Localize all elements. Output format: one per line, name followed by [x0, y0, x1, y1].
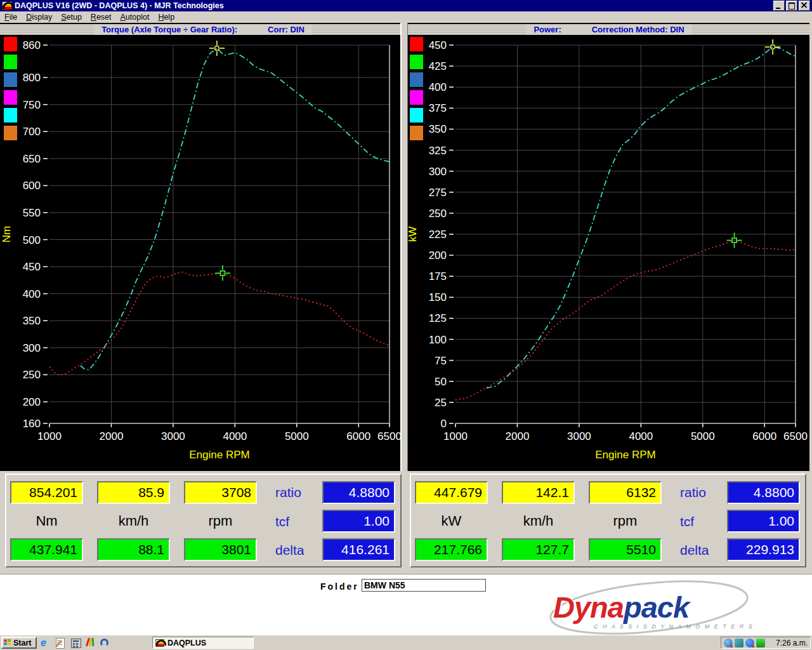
tcf-label: tcf	[680, 514, 694, 529]
folder-input[interactable]	[362, 579, 486, 592]
network-status-icon[interactable]: ✕	[724, 639, 733, 647]
x-tick-label: 6000	[752, 430, 776, 442]
calculator-icon[interactable]	[71, 639, 82, 649]
speed-unit-label: km/h	[97, 513, 170, 534]
y-tick-label: 75	[435, 355, 447, 367]
torque-run-red-cursor-marker[interactable]	[215, 265, 230, 281]
pens-icon[interactable]	[85, 637, 96, 648]
minimize-button[interactable]	[773, 1, 785, 11]
power-chart[interactable]: 4504254003753503253002752502252001751501…	[406, 23, 812, 471]
y-tick-label: 325	[429, 145, 447, 157]
power-run-red-curve	[455, 240, 796, 400]
menu-reset[interactable]: Reset	[86, 12, 116, 22]
y-tick-label: 200	[429, 249, 447, 262]
torque-run-red-curve	[49, 272, 390, 376]
app-icon	[2, 1, 12, 10]
windows-logo-icon	[4, 639, 11, 647]
document-icon[interactable]	[56, 638, 67, 649]
menu-file[interactable]: File	[0, 12, 22, 22]
peak-speed-value: 142.1	[502, 481, 575, 504]
x-tick-label: 2000	[506, 430, 530, 442]
x-tick-label: 1000	[37, 430, 62, 442]
y-tick-label: 250	[23, 369, 41, 381]
torque-chart-header: Torque (Axle Torque ÷ Gear Ratio):Corr: …	[0, 24, 406, 35]
x-tick-label: 4000	[629, 430, 653, 442]
menu-autoplot[interactable]: Autoplot	[116, 12, 154, 22]
close-button[interactable]	[799, 1, 810, 11]
daqplus-task-button[interactable]: DAQPLUS	[152, 637, 254, 649]
legend-swatch-0	[4, 37, 17, 51]
y-tick-label: 800	[23, 72, 41, 84]
taskbar-clock: 7:26 a.m.	[776, 639, 808, 647]
start-button[interactable]: Start	[1, 637, 37, 649]
y-axis-title: Nm	[1, 226, 13, 242]
internet-explorer-icon[interactable]: e	[41, 637, 51, 648]
legend-swatch-2	[4, 72, 17, 87]
y-tick-label: 450	[429, 39, 447, 51]
tcf-label: tcf	[275, 514, 289, 529]
menu-help[interactable]: Help	[154, 12, 179, 22]
y-tick-label: 200	[23, 396, 41, 408]
y-tick-label: 350	[429, 123, 447, 135]
power-correction-label: Correction Method: DIN	[592, 25, 684, 34]
logo-word2: pack	[622, 590, 691, 624]
cursor-rpm-value: 5510	[589, 538, 662, 561]
y-tick-label: 375	[429, 102, 447, 114]
menu-display[interactable]: Display	[22, 12, 56, 22]
x-tick-label: 6500	[783, 430, 808, 442]
dynapack-logo: Dynapack C H A S S I S D Y N A M O M E T…	[544, 578, 754, 637]
y-tick-label: 150	[429, 291, 447, 303]
delta-value: 229.913	[727, 538, 800, 561]
y-tick-label: 100	[429, 334, 447, 346]
network-adapter-icon[interactable]	[756, 639, 765, 647]
legend-swatch-4	[410, 108, 423, 123]
footer-strip: Folder Dynapack C H A S S I S D Y N A M …	[0, 574, 812, 635]
chart-region: 8608007507006506005505004504003503002502…	[0, 23, 812, 471]
menu-setup[interactable]: Setup	[56, 12, 86, 22]
speed-unit-label: km/h	[502, 513, 575, 534]
y-axis-title: kW	[407, 227, 419, 242]
x-tick-label: 5000	[285, 430, 309, 442]
y-tick-label: 425	[429, 60, 447, 72]
ratio-label: ratio	[680, 485, 706, 500]
restore-button[interactable]	[786, 1, 797, 11]
y-tick-label: 450	[23, 261, 41, 273]
delta-value: 416.261	[322, 538, 395, 561]
y-tick-label: 160	[23, 418, 41, 430]
x-axis-title: Engine RPM	[189, 449, 249, 461]
legend-swatch-3	[4, 90, 17, 105]
y-tick-label: 700	[23, 126, 41, 138]
window-title: DAQPLUS V16 (2WD - DAQPLUS 4) - MJR Tech…	[15, 1, 224, 10]
cursor-core	[214, 46, 219, 50]
y-tick-label: 400	[429, 81, 447, 93]
peak-rpm-value: 6132	[589, 481, 662, 504]
daqplus-icon	[155, 639, 164, 647]
sync-icon[interactable]	[100, 639, 111, 649]
torque-chart[interactable]: 8608007507006506005505004504003503002502…	[0, 23, 406, 471]
legend-swatch-0	[410, 37, 423, 51]
taskbar: Start e DAQPLUS ✕ ✓ ✕ 7:26 a.m.	[0, 635, 812, 650]
messenger-icon[interactable]: ✕	[745, 639, 754, 647]
y-tick-label: 175	[429, 270, 447, 282]
y-tick-label: 400	[23, 288, 41, 300]
legend-swatch-1	[410, 55, 423, 69]
system-tray: ✕ ✓ ✕ 7:26 a.m.	[721, 637, 811, 649]
y-tick-label: 50	[435, 376, 447, 388]
menu-bar: File Display Setup Reset Autoplot Help	[0, 11, 812, 23]
y-tick-label: 0	[441, 418, 447, 430]
readout-region: 854.201 85.9 3708 Nm km/h rpm 437.941 88…	[0, 471, 812, 574]
rpm-unit-label: rpm	[184, 513, 257, 534]
cursor-torque-value: 437.941	[10, 538, 83, 561]
torque-unit-label: Nm	[10, 513, 83, 534]
task-label: DAQPLUS	[167, 639, 206, 647]
cursor-speed-value: 127.7	[502, 538, 575, 561]
legend-swatch-4	[4, 108, 17, 123]
start-label: Start	[13, 639, 31, 647]
y-tick-label: 275	[429, 187, 447, 199]
x-tick-label: 6500	[377, 430, 402, 442]
y-tick-label: 300	[429, 166, 447, 178]
legend-swatch-1	[4, 55, 17, 69]
updates-icon[interactable]: ✓	[735, 639, 743, 647]
torque-chart-panel: 8608007507006506005505004504003503002502…	[0, 23, 406, 471]
x-tick-label: 2000	[100, 430, 124, 442]
